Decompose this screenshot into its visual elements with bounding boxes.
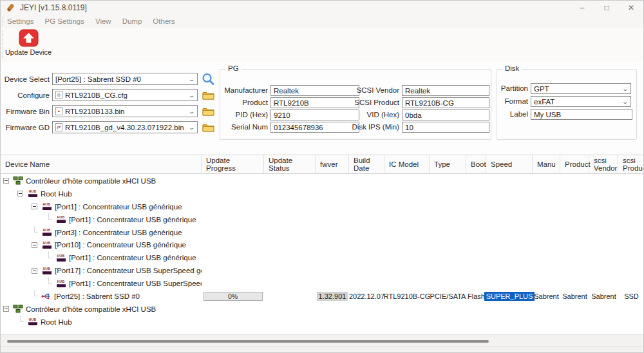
firmware-bin-value: RTL9210B133.bin xyxy=(65,108,187,115)
configure-label: Configure xyxy=(2,91,50,99)
col-ic-model[interactable]: IC Model xyxy=(384,155,430,173)
update-device-button[interactable]: Update Device xyxy=(8,29,48,61)
col-scsi-product[interactable]: scsi Product xyxy=(618,155,644,173)
pg-groupbox: PG Manufacturer Product PID (Hex) Serial… xyxy=(220,69,491,140)
horizontal-scrollbar-thumb[interactable] xyxy=(7,340,489,343)
tree-row-port1-hub[interactable]: HUB [Port1] : Concentrateur USB génériqu… xyxy=(1,200,643,213)
pid-hex-label: PID (Hex) xyxy=(222,110,268,120)
tree-row-port17-superspeed-hub[interactable]: HUB [Port17] : Concentrateur USB SuperSp… xyxy=(1,264,643,277)
tree-item-label: [Port1] : Concentrateur USB générique xyxy=(69,254,196,262)
col-fwver[interactable]: fwver xyxy=(316,155,349,173)
format-value: exFAT xyxy=(534,98,623,106)
menu-dump[interactable]: Dump xyxy=(122,17,142,25)
chevron-down-icon: ⌄ xyxy=(189,108,196,115)
collapse-expander-icon[interactable] xyxy=(3,178,9,184)
collapse-expander-icon[interactable] xyxy=(32,204,37,209)
window-controls: – □ ✕ xyxy=(570,1,643,15)
product-cell: Sabrent xyxy=(560,290,589,303)
collapse-expander-icon[interactable] xyxy=(17,191,23,196)
search-device-button[interactable] xyxy=(201,73,215,85)
label-label: Label xyxy=(498,109,528,120)
toolbar: Update Device xyxy=(1,28,643,62)
disk-ips-field[interactable] xyxy=(402,122,489,133)
device-select-combo[interactable]: [Port25] : Sabrent SSD #0 ⌄ xyxy=(52,73,198,85)
tree-row-port10-hub[interactable]: HUB [Port10] : Concentrateur USB génériq… xyxy=(1,238,643,251)
format-label: Format xyxy=(498,96,528,107)
menu-others[interactable]: Others xyxy=(153,17,175,25)
format-select[interactable]: exFAT ⌄ xyxy=(531,96,631,107)
chevron-down-icon: ⌄ xyxy=(189,124,196,131)
manufacturer-label: Manufacturer xyxy=(222,85,268,96)
serial-num-label: Serial Num xyxy=(222,122,268,133)
pg-groupbox-title: PG xyxy=(225,64,242,72)
firmware-gd-label: Firmware GD xyxy=(2,124,50,131)
firmware-bin-label: Firmware Bin xyxy=(2,108,50,115)
tree-row-port1-child-hub-2[interactable]: HUB [Port1] : Concentrateur USB génériqu… xyxy=(1,251,643,264)
volume-label-field[interactable] xyxy=(531,109,632,120)
collapse-expander-icon[interactable] xyxy=(3,306,9,312)
device-select-value: [Port25] : Sabrent SSD #0 xyxy=(55,75,187,83)
menubar-gripper xyxy=(3,17,3,26)
minimize-button[interactable]: – xyxy=(570,1,594,15)
collapse-expander-icon[interactable] xyxy=(32,268,37,274)
tree-row-xhci-controller-1[interactable]: Contrôleur d'hôte compatible xHCI USB xyxy=(1,175,643,187)
configure-combo[interactable]: RTL9210B_CG.cfg ⌄ xyxy=(52,89,198,101)
tree-row-xhci-controller-2[interactable]: Contrôleur d'hôte compatible xHCI USB xyxy=(1,303,643,316)
manu-cell: Sabrent xyxy=(533,290,560,303)
col-product[interactable]: Product xyxy=(560,155,589,173)
scsi-vendor-field[interactable] xyxy=(402,85,489,96)
tree-row-port25-sabrent-ssd[interactable]: [Port25] : Sabrent SSD #0 0% 1.32.901 20… xyxy=(1,290,643,303)
vid-hex-field[interactable] xyxy=(402,110,489,120)
col-device-name[interactable]: Device Name xyxy=(1,155,202,173)
update-progress-bar: 0% xyxy=(204,292,263,301)
app-window: JEYI [v1.15.8.0119] – □ ✕ Settings PG Se… xyxy=(0,0,644,353)
tree-row-port1-superspeed-child-hub[interactable]: HUB [Port1] : Concentrateur USB SuperSpe… xyxy=(1,277,643,290)
usb-hub-icon: HUB xyxy=(41,267,52,274)
boot-cell: Flash xyxy=(466,290,486,303)
col-speed[interactable]: Speed xyxy=(486,155,533,173)
close-button[interactable]: ✕ xyxy=(619,1,643,15)
toolbar-gripper xyxy=(3,30,3,59)
form-area: Device Select [Port25] : Sabrent SSD #0 … xyxy=(1,62,643,155)
tree-item-label: Root Hub xyxy=(41,190,72,198)
firmware-gd-combo[interactable]: RTL9210B_gd_v4.30.23.071922.bin ⌄ xyxy=(52,121,198,133)
scsi-vendor-cell: Sabrent xyxy=(589,290,618,303)
col-update-status[interactable]: Update Status xyxy=(264,155,316,173)
update-device-icon xyxy=(19,29,39,47)
col-scsi-vendor[interactable]: scsi Vendor xyxy=(589,155,618,173)
partition-label: Partition xyxy=(498,83,528,94)
browse-config-folder-button[interactable] xyxy=(201,89,215,101)
configure-row: Configure RTL9210B_CG.cfg ⌄ xyxy=(1,89,218,101)
tree-row-root-hub-2[interactable]: HUB Root Hub xyxy=(1,316,643,329)
titlebar: JEYI [v1.15.8.0119] – □ ✕ xyxy=(1,1,643,15)
speed-cell: SUPER_PLUS xyxy=(484,292,535,301)
tree-connector xyxy=(46,216,52,222)
maximize-button[interactable]: □ xyxy=(594,1,619,15)
horizontal-scrollbar[interactable] xyxy=(1,334,643,346)
tree-row-port3-hub[interactable]: HUB [Port3] : Concentrateur USB génériqu… xyxy=(1,226,643,239)
col-boot[interactable]: Boot xyxy=(466,155,486,173)
menu-settings[interactable]: Settings xyxy=(7,17,34,25)
browse-firmware-gd-folder-button[interactable] xyxy=(201,121,215,133)
build-date-cell: 2022.12.07 xyxy=(349,290,384,303)
firmware-gd-row: Firmware GD RTL9210B_gd_v4.30.23.071922.… xyxy=(1,121,218,133)
menu-view[interactable]: View xyxy=(95,17,111,25)
col-update-progress[interactable]: Update Progress xyxy=(202,155,264,173)
scsi-product-field[interactable] xyxy=(402,97,489,108)
firmware-bin-combo[interactable]: RTL9210B133.bin ⌄ xyxy=(52,105,198,117)
collapse-expander-icon[interactable] xyxy=(32,242,37,248)
disk-groupbox: Disk Partition GPT ⌄ Format exFAT ⌄ Labe… xyxy=(497,69,637,140)
tree-item-label: [Port3] : Concentrateur USB générique xyxy=(55,229,182,236)
tree-row-port1-child-hub[interactable]: HUB [Port1] : Concentrateur USB génériqu… xyxy=(1,213,643,226)
product-label: Product xyxy=(222,97,268,108)
tree-row-root-hub-1[interactable]: HUB Root Hub xyxy=(1,187,643,200)
menu-pg-settings[interactable]: PG Settings xyxy=(45,17,84,25)
partition-select[interactable]: GPT ⌄ xyxy=(531,83,631,94)
tree-item-label: [Port17] : Concentrateur USB SuperSpeed … xyxy=(55,267,202,274)
browse-firmware-bin-folder-button[interactable] xyxy=(201,105,215,117)
fwver-cell: 1.32.901 xyxy=(317,292,348,301)
partition-value: GPT xyxy=(534,85,623,93)
col-manu[interactable]: Manu xyxy=(533,155,560,173)
col-type[interactable]: Type xyxy=(430,155,466,173)
col-build-date[interactable]: Build Date xyxy=(349,155,384,173)
